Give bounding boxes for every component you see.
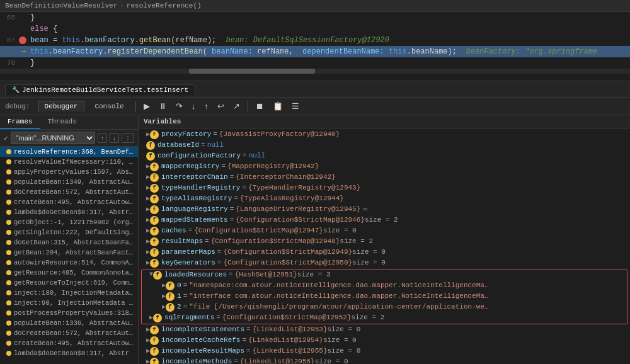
variable-value: {TypeAliasRegistry@12944}	[240, 195, 344, 202]
frame-item[interactable]: getResourceToInject:619, CommonAut	[0, 278, 138, 288]
pause-button[interactable]: ⏸	[156, 100, 169, 112]
variable-name: configurationFactory	[158, 152, 241, 159]
variable-item[interactable]: fkeyGenerators = {Configuration$StrictMa…	[139, 258, 630, 269]
frame-item[interactable]: getObject:-1, 1221759982 (org.spr	[0, 217, 138, 227]
frame-item[interactable]: autowireResource:514, CommonAnno	[0, 258, 138, 268]
frame-item[interactable]: getBean:204, AbstractBeanFactory (o	[0, 247, 138, 258]
frame-item[interactable]: lambda$doGetBean$0:317, Abstr	[0, 348, 138, 358]
main-panel: Frames Threads ✓ "main"...RUNNING ↑ ↓ ⋮ …	[0, 115, 630, 364]
variable-item[interactable]: fproxyFactory = {JavassistProxyFactory@1…	[139, 130, 630, 140]
tab-frames[interactable]: Frames	[0, 115, 40, 129]
variable-size: size = 0	[328, 326, 361, 333]
variable-icon: f	[150, 195, 159, 203]
variable-value: {InterceptorChain@12942}	[236, 173, 335, 181]
variable-name: languageRegistry	[161, 205, 228, 213]
variable-item[interactable]: fincompleteCacheRefs = {LinkedList@12954…	[139, 336, 630, 346]
evaluate-button[interactable]: ↗	[231, 100, 243, 112]
frame-dot-icon	[6, 250, 11, 255]
variable-item[interactable]: f0 = "namespace:com.atour.noticeIntellig…	[142, 281, 627, 292]
variable-item[interactable]: f1 = "interface com.atour.noticeIntellig…	[142, 292, 627, 302]
variable-value: {LinkedList@12954}	[248, 336, 323, 344]
debug-label: debug:	[5, 103, 30, 110]
editor-tab[interactable]: 🔧 JenkinsRemoteBuildServiceTest.testInse…	[5, 84, 195, 95]
variable-item[interactable]: f2 = "file [/Users/qishengli/program/ato…	[142, 302, 627, 313]
settings-button[interactable]: ☰	[289, 100, 302, 112]
variable-item[interactable]: fincompleteStatements = {LinkedList@1295…	[139, 325, 630, 336]
variable-item[interactable]: fdatabaseId = null	[139, 140, 630, 151]
debug-toolbar: debug: Debugger Console ▶ ⏸ ↷ ↓ ↑ ↩ ↗ ⏹ …	[0, 98, 630, 115]
console-tab[interactable]: Console	[88, 101, 130, 111]
frame-item[interactable]: createBean:495, AbstractAutowireCa	[0, 338, 138, 348]
frame-dot-icon	[6, 230, 11, 235]
frame-item[interactable]: postProcessPropertyValues:318, Con	[0, 308, 138, 318]
variable-size: size = 2	[365, 216, 398, 224]
thread-up-button[interactable]: ↑	[98, 134, 107, 143]
frame-dot-icon	[6, 200, 11, 205]
right-panel: Variables fproxyFactory = {JavassistProx…	[139, 115, 630, 364]
variable-icon: f	[150, 248, 159, 257]
frame-item[interactable]: applyPropertyValues:1597, Abstrac	[0, 167, 138, 177]
horizontal-scrollbar[interactable]	[0, 69, 630, 74]
stop-button[interactable]: ⏹	[253, 100, 266, 112]
frame-dot-icon	[6, 220, 11, 225]
step-over-button[interactable]: ↷	[173, 100, 185, 112]
thread-down-button[interactable]: ↓	[110, 134, 119, 143]
scrollbar-thumb[interactable]	[189, 69, 315, 74]
variable-name: incompleteMethods	[161, 358, 232, 364]
variable-name: typeAliasRegistry	[161, 195, 232, 202]
breakpoint-icon[interactable]	[19, 37, 26, 44]
debugger-tab[interactable]: Debugger	[38, 101, 85, 111]
highlighted-variable-group: floadedResources = {HashSet@12951} size …	[141, 270, 627, 324]
variable-item[interactable]: flanguageRegistry = {LanguageDriverRegis…	[139, 205, 630, 215]
frame-item[interactable]: doGetBean:315, AbstractBeanFactory	[0, 237, 138, 247]
variable-value: "file [/Users/qishengli/program/atour/ap…	[189, 303, 491, 310]
variable-item[interactable]: fincompleteResultMaps = {LinkedList@1295…	[139, 346, 630, 357]
variable-item[interactable]: fcaches = {Configuration$StrictMap@12947…	[139, 226, 630, 237]
frame-item[interactable]: doCreateBean:572, AbstractAutowire	[0, 328, 138, 338]
step-out-button[interactable]: ↑	[202, 100, 211, 112]
variable-item[interactable]: fmappedStatements = {Configuration$Stric…	[139, 215, 630, 226]
variable-item[interactable]: fsqlFragments = {Configuration$StrictMap…	[142, 313, 627, 324]
frame-item[interactable]: inject:90, InjectionMetadata (org.spri	[0, 298, 138, 308]
frame-item[interactable]: doCreateBean:572, AbstractAutowir	[0, 187, 138, 197]
thread-filter-button[interactable]: ⋮	[122, 134, 134, 143]
frame-dot-icon	[6, 341, 11, 346]
variable-size: size = 2	[340, 237, 373, 245]
frame-item[interactable]: lambda$doGetBean$0:317, Abstract	[0, 207, 138, 217]
variable-item[interactable]: fincompleteMethods = {LinkedList@12956} …	[139, 357, 630, 364]
breadcrumb-item-2[interactable]: resolveReference()	[127, 2, 202, 9]
variable-icon: f	[150, 205, 159, 214]
variables-list[interactable]: fproxyFactory = {JavassistProxyFactory@1…	[139, 128, 630, 364]
variable-item[interactable]: ftypeHandlerRegistry = {TypeHandlerRegis…	[139, 183, 630, 194]
variable-value: {Configuration$StrictMap@12949}	[223, 248, 352, 256]
thread-dropdown[interactable]: "main"...RUNNING	[11, 132, 95, 144]
frame-list[interactable]: resolveReference:368, BeanDefinitioresol…	[0, 147, 138, 364]
resume-button[interactable]: ▶	[141, 100, 152, 112]
variable-item[interactable]: finterceptorChain = {InterceptorChain@12…	[139, 173, 630, 183]
frame-item[interactable]: populateBean:1349, AbstractAutowir	[0, 177, 138, 187]
variable-icon: f	[150, 173, 159, 182]
frame-item[interactable]: resolveValueIfNecessary:110, BeanDe	[0, 157, 138, 167]
variable-item[interactable]: fresultMaps = {Configuration$StrictMap@1…	[139, 237, 630, 247]
variable-name: interceptorChain	[161, 173, 228, 181]
frame-item[interactable]: createBean:495, AbstractAutowireCa	[0, 197, 138, 207]
frame-dot-icon	[6, 240, 11, 245]
variable-item[interactable]: fmapperRegistry = {MapperRegistry@12942}	[139, 162, 630, 173]
run-to-cursor-button[interactable]: ↩	[215, 100, 227, 112]
frame-item[interactable]: inject:180, InjectionMetadata (org.spr	[0, 288, 138, 298]
tab-icon: 🔧	[12, 86, 20, 94]
variable-item[interactable]: fparameterMaps = {Configuration$StrictMa…	[139, 247, 630, 258]
frame-item[interactable]: populateBean:1336, AbstractAutowir	[0, 318, 138, 328]
frame-item[interactable]: resolveReference:368, BeanDefinitio	[0, 147, 138, 157]
variable-icon: f	[150, 162, 159, 171]
variable-name: parameterMaps	[161, 248, 215, 256]
step-into-button[interactable]: ↓	[189, 100, 198, 112]
frame-item[interactable]: getSingleton:222, DefaultSingletonBe	[0, 227, 138, 237]
frame-item[interactable]: getResource:485, CommonAnnotatio	[0, 268, 138, 278]
rerun-button[interactable]: 📋	[270, 100, 285, 112]
variable-item[interactable]: floadedResources = {HashSet@12951} size …	[142, 270, 627, 281]
variable-item[interactable]: ftypeAliasRegistry = {TypeAliasRegistry@…	[139, 194, 630, 205]
breadcrumb-item-1[interactable]: BeanDefinitionValueResolver	[5, 2, 117, 9]
variable-item[interactable]: fconfigurationFactory = null	[139, 151, 630, 162]
tab-threads[interactable]: Threads	[40, 115, 84, 129]
